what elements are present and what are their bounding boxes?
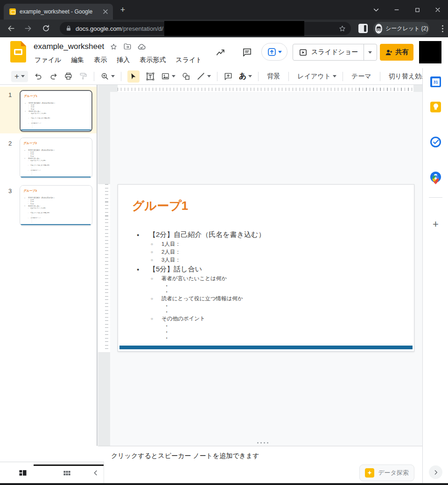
- plus-icon: +: [14, 73, 19, 80]
- bookmark-star-icon[interactable]: [338, 25, 346, 33]
- slide-title[interactable]: グループ2: [23, 141, 37, 145]
- filmstrip-horizontal-scrollbar[interactable]: [34, 464, 104, 466]
- window-close-button[interactable]: [427, 0, 448, 20]
- slide-thumbnail[interactable]: グループ2●【2分】自己紹介（氏名を書き込む）○1人目：○2人目：○3人目：●【…: [20, 138, 92, 179]
- present-arrow-icon: [267, 47, 277, 57]
- activity-dashboard-icon[interactable]: [216, 48, 226, 58]
- background-button[interactable]: 背景: [265, 71, 282, 82]
- slide-title[interactable]: グループ3: [23, 189, 37, 193]
- thumbnail-row[interactable]: 1 グループ1●【2分】自己紹介（氏名を書き込む）○1人目：○2人目：○3人目：…: [0, 87, 97, 133]
- bullet-glyph: ▪: [166, 290, 171, 293]
- workspace-side-panel: 31 +: [422, 68, 448, 483]
- bullet-glyph: ▪: [32, 115, 33, 116]
- browser-menu-icon[interactable]: [438, 24, 447, 33]
- menu-スライド[interactable]: スライド: [175, 55, 200, 65]
- google-tasks-icon[interactable]: [430, 137, 441, 147]
- side-panel-icon[interactable]: [358, 24, 368, 33]
- insert-comment-button[interactable]: [224, 72, 233, 81]
- slide-body-text[interactable]: ●【2分】自己紹介（氏名を書き込む）○1人目：○2人目：○3人目：●【5分】話し…: [25, 149, 90, 175]
- grid-view-icon[interactable]: [62, 468, 72, 478]
- menu-編集[interactable]: 編集: [70, 55, 85, 65]
- google-keep-icon[interactable]: [430, 102, 441, 112]
- menu-表示形式[interactable]: 表示形式: [139, 55, 167, 65]
- text-format-button[interactable]: あ: [239, 71, 252, 81]
- thumbnail-row[interactable]: 2 グループ2●【2分】自己紹介（氏名を書き込む）○1人目：○2人目：○3人目：…: [0, 135, 97, 180]
- new-tab-button[interactable]: +: [119, 6, 127, 14]
- text-format-label: あ: [239, 71, 246, 81]
- insert-shape-button[interactable]: [182, 72, 190, 81]
- slide-title[interactable]: グループ1: [132, 198, 188, 214]
- tab-close-icon[interactable]: [102, 8, 109, 15]
- thumbnail-row[interactable]: 3 グループ3●【2分】自己紹介（氏名を書き込む）○1人目：○2人目：○3人目：…: [0, 183, 97, 228]
- bullet-glyph: ○: [151, 242, 161, 246]
- bullet-item: ○その他のポイント: [137, 315, 406, 323]
- slide-thumbnail[interactable]: グループ3●【2分】自己紹介（氏名を書き込む）○1人目：○2人目：○3人目：●【…: [20, 185, 92, 226]
- slide-body-text[interactable]: ●【2分】自己紹介（氏名を書き込む）○1人目：○2人目：○3人目：●【5分】話し…: [25, 196, 90, 223]
- main-slide[interactable]: グループ1●【2分】自己紹介（氏名を書き込む）○1人目：○2人目：○3人目：●【…: [118, 184, 414, 352]
- slide-number: 1: [8, 91, 12, 98]
- select-tool-button[interactable]: [127, 70, 140, 83]
- window-controls: [366, 0, 448, 20]
- profile-avatar-redacted[interactable]: [419, 41, 441, 63]
- speaker-notes-panel[interactable]: クリックするとスピーカー ノートを追加できます データ探索: [98, 446, 422, 483]
- incognito-badge[interactable]: シークレット (2): [373, 22, 429, 35]
- layout-button[interactable]: レイアウト: [295, 71, 336, 82]
- get-add-ons-button[interactable]: +: [430, 219, 441, 230]
- slides-header: example_worksheet ファイル編集表示挿入表示形式スライド配置: [0, 37, 448, 68]
- notes-resize-handle[interactable]: [257, 442, 268, 443]
- collapse-filmstrip-icon[interactable]: [91, 468, 101, 478]
- menu-ファイル[interactable]: ファイル: [34, 55, 62, 65]
- zoom-caret-icon: [111, 75, 115, 77]
- slide-body-text[interactable]: ●【2分】自己紹介（氏名を書き込む）○1人目：○2人目：○3人目：●【5分】話し…: [137, 229, 406, 341]
- slides-favicon-icon: [9, 8, 16, 15]
- window-minimize-button[interactable]: [386, 0, 407, 20]
- cloud-save-status-icon[interactable]: [137, 42, 146, 51]
- menu-挿入[interactable]: 挿入: [116, 55, 131, 65]
- slides-logo-icon[interactable]: [10, 41, 26, 62]
- document-title[interactable]: example_worksheet: [34, 42, 104, 51]
- bullet-glyph: ▪: [32, 166, 33, 167]
- google-maps-icon[interactable]: [430, 174, 441, 185]
- menu-bar: ファイル編集表示挿入表示形式スライド配置: [34, 55, 200, 66]
- address-bar[interactable]: docs.google.com /presentation/d/: [60, 22, 351, 35]
- explore-button[interactable]: データ探索: [359, 464, 414, 481]
- window-maximize-button[interactable]: [407, 0, 427, 20]
- slideshow-button[interactable]: スライドショー: [293, 44, 364, 60]
- undo-button[interactable]: [34, 72, 43, 81]
- redo-button[interactable]: [49, 72, 58, 81]
- print-button[interactable]: [64, 72, 73, 81]
- star-document-icon[interactable]: [110, 43, 118, 51]
- reload-icon[interactable]: [40, 23, 51, 34]
- slide-thumbnail[interactable]: グループ1●【2分】自己紹介（氏名を書き込む）○1人目：○2人目：○3人目：●【…: [20, 90, 92, 132]
- share-button[interactable]: 共有: [380, 44, 413, 61]
- bullet-glyph: ▪: [166, 310, 171, 313]
- google-calendar-icon[interactable]: 31: [430, 76, 441, 87]
- back-icon[interactable]: [6, 23, 17, 34]
- filmstrip-scrollbar[interactable]: [97, 85, 98, 446]
- browser-tab[interactable]: example_worksheet - Google スラ: [4, 4, 113, 20]
- comment-history-icon[interactable]: [242, 47, 252, 58]
- zoom-button[interactable]: [100, 72, 115, 81]
- incognito-icon: [375, 24, 382, 34]
- bullet-glyph: ▪: [32, 162, 33, 163]
- side-panel-divider: [429, 197, 442, 198]
- slide-title[interactable]: グループ1: [24, 94, 37, 98]
- text-box-button[interactable]: [146, 72, 155, 81]
- new-slide-button[interactable]: +: [11, 71, 28, 82]
- filmstrip-view-icon[interactable]: [18, 468, 28, 478]
- bullet-item: ▪: [137, 309, 406, 315]
- theme-button[interactable]: テーマ: [349, 71, 374, 82]
- move-to-folder-icon[interactable]: [123, 42, 132, 51]
- forward-icon[interactable]: [22, 23, 34, 34]
- insert-image-button[interactable]: [161, 72, 175, 81]
- insert-line-button[interactable]: [196, 72, 211, 81]
- present-to-meeting-button[interactable]: [261, 43, 287, 61]
- tab-search-icon[interactable]: [366, 0, 386, 20]
- menu-表示[interactable]: 表示: [93, 55, 108, 65]
- slideshow-label: スライドショー: [311, 48, 358, 56]
- slide-body-text[interactable]: ●【2分】自己紹介（氏名を書き込む）○1人目：○2人目：○3人目：●【5分】話し…: [25, 102, 90, 128]
- bullet-glyph: ▪: [166, 330, 171, 333]
- paint-format-button[interactable]: [79, 72, 88, 81]
- expand-side-panel-button[interactable]: [429, 465, 442, 479]
- slideshow-dropdown-button[interactable]: [364, 44, 377, 60]
